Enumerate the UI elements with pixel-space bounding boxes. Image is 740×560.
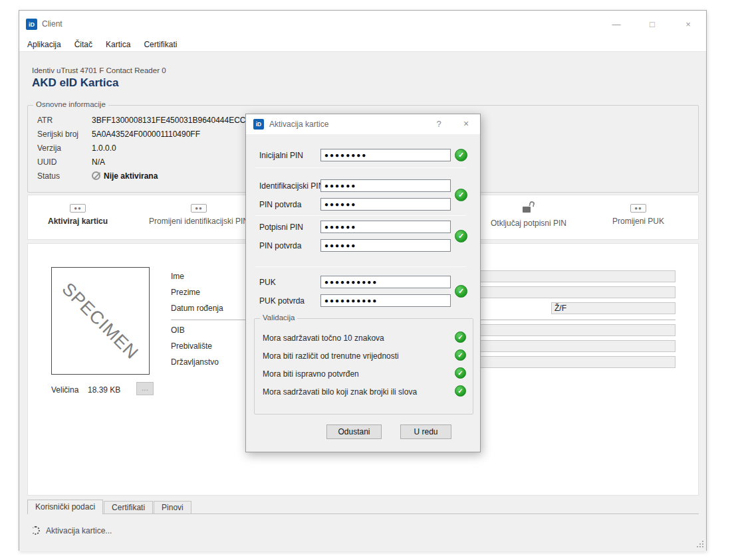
titlebar: iD Client — □ × [19,11,706,37]
app-icon: iD [253,119,264,130]
dialog-title: Aktivacija kartice [269,120,328,129]
desktop: iD Client — □ × Aplikacija Čitač Kartica… [0,0,740,560]
serial-value: 5A0A43524F000001110490FF [92,130,200,139]
sign-pin-label: Potpisni PIN [259,223,303,232]
check-icon [455,230,467,242]
status-bar-text: Aktivacija kartice... [46,526,112,535]
dialog-divider [255,215,466,216]
puk-label: PUK [259,278,276,287]
validation-legend: Validacija [260,314,297,322]
tab-pinovi[interactable]: Pinovi [154,501,191,513]
dialog-divider [255,266,466,267]
residence-label: Prebivalište [171,341,212,351]
initial-pin-input[interactable]: ●●●●●●●● [320,149,451,161]
reader-label: Identiv uTrust 4701 F Contact Reader 0 [32,66,166,74]
spinner-icon [31,526,40,535]
card-activation-dialog: iD Aktivacija kartice ? × Inicijalni PIN… [245,114,481,452]
size-label: Veličina [51,385,78,395]
check-icon [455,189,467,201]
dialog-help-button[interactable]: ? [432,119,445,131]
pin-pad-icon [70,204,86,213]
menu-citac[interactable]: Čitač [68,37,99,51]
sign-pin-input[interactable]: ●●●●●● [320,221,451,233]
birth-date-label: Datum rođenja [171,304,223,313]
pin-pad-icon [630,204,646,213]
minimize-button[interactable]: — [608,17,625,31]
change-puk-button[interactable]: Promijeni PUK [565,203,711,226]
sign-pin-confirm-label: PIN potvrda [259,241,301,250]
pin-pad-icon [191,204,207,213]
card-title: AKD eID Kartica [32,76,118,90]
tab-korisnicki-podaci[interactable]: Korisnički podaci [27,500,103,513]
serial-label: Serijski broj [37,128,92,141]
menubar: Aplikacija Čitač Kartica Certifikati [19,37,706,51]
browse-photo-button[interactable]: ... [136,382,154,395]
status-value: Nije aktivirana [104,171,158,181]
citizenship-label: Državljanstvo [171,357,219,367]
ok-button[interactable]: U redu [400,424,451,439]
check-icon [455,149,467,161]
check-icon [455,349,466,361]
tab-certifikati[interactable]: Certifikati [104,501,153,513]
validation-item: Mora biti različit od trenutne vrijednos… [263,351,466,361]
check-icon [455,331,466,343]
maximize-button[interactable]: □ [644,17,661,31]
close-button[interactable]: × [679,17,697,31]
bottom-tabbar: Korisnički podaci Certifikati Pinovi [27,500,699,514]
id-pin-input[interactable]: ●●●●●● [320,179,451,192]
resize-grip[interactable] [702,546,703,547]
unlock-icon [523,203,535,213]
id-pin-confirm-label: PIN potvrda [259,200,301,209]
app-icon: iD [26,19,37,30]
uuid-value: N/A [92,157,105,167]
version-label: Verzija [37,141,92,155]
puk-input[interactable]: ●●●●●●●●●● [320,276,451,288]
gender-field: Ž/F [551,302,676,314]
dialog-titlebar: iD Aktivacija kartice ? × [246,114,480,134]
window-title: Client [42,19,62,29]
puk-confirm-label: PUK potvrda [259,296,305,306]
first-name-label: Ime [171,272,184,281]
not-activated-icon [92,171,100,180]
sign-pin-confirm-input[interactable]: ●●●●●● [320,239,451,252]
window-controls: — □ × [608,17,697,31]
photo-placeholder: SPECIMEN [51,267,150,375]
menu-certifikati[interactable]: Certifikati [137,37,184,51]
menu-aplikacija[interactable]: Aplikacija [21,37,68,51]
validation-item: Mora biti ispravno potvrđen [263,369,466,379]
last-name-label: Prezime [171,288,200,297]
initial-pin-label: Inicijalni PIN [259,151,303,160]
validation-item: Mora sadržavati bilo koji znak brojki il… [263,387,466,397]
check-icon [455,285,467,298]
basic-info-legend: Osnovne informacije [33,100,108,108]
cancel-button[interactable]: Odustani [326,424,382,439]
dialog-divider [255,167,466,168]
specimen-text: SPECIMEN [58,278,142,363]
status-label: Status [37,169,92,183]
dialog-close-button[interactable]: × [459,118,473,131]
menu-kartica[interactable]: Kartica [99,37,137,51]
size-value: 18.39 KB [88,385,120,395]
check-icon [455,385,466,397]
puk-confirm-input[interactable]: ●●●●●●●●●● [320,294,451,307]
version-value: 1.0.0.0 [92,143,116,153]
validation-item: Mora sadržavati točno 10 znakova [263,333,466,343]
validation-group: Validacija Mora sadržavati točno 10 znak… [254,318,473,415]
id-pin-confirm-input[interactable]: ●●●●●● [320,198,451,211]
change-puk-label: Promijeni PUK [565,217,711,226]
id-pin-label: Identifikacijski PIN [259,181,324,191]
check-icon [455,367,466,379]
atr-label: ATR [37,114,92,128]
oib-label: OIB [171,326,185,335]
uuid-label: UUID [37,155,92,169]
